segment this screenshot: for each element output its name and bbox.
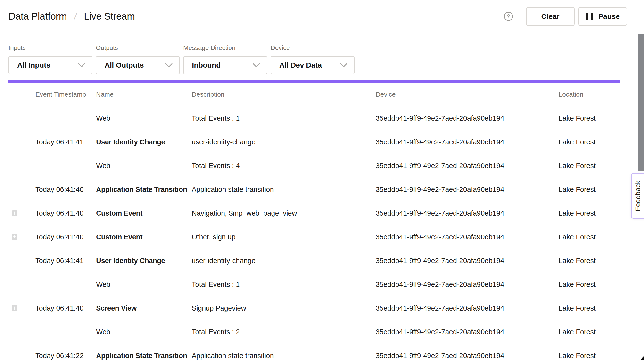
expand-cell: +: [8, 115, 36, 121]
feedback-tab-label: Feedback: [634, 180, 642, 211]
feedback-tab[interactable]: Feedback: [631, 173, 644, 218]
event-location: Lake Forest: [558, 328, 620, 336]
chevron-down-icon: [340, 60, 347, 67]
table-row[interactable]: + Today 06:41:41 User Identity Change us…: [8, 249, 620, 273]
filter-group-outputs: Outputs All Outputs: [96, 44, 180, 74]
help-icon[interactable]: ?: [504, 12, 513, 21]
event-description: Signup Pageview: [192, 304, 376, 312]
inputs-select[interactable]: All Inputs: [8, 56, 92, 74]
table-row[interactable]: + Web Total Events : 4 35eddb41-9ff9-49e…: [8, 154, 620, 178]
event-description: Navigation, $mp_web_page_view: [192, 209, 376, 217]
filter-label-inputs: Inputs: [8, 44, 92, 52]
expand-icon[interactable]: +: [12, 234, 18, 240]
expand-cell: +: [8, 305, 36, 311]
column-header-device: Device: [376, 91, 558, 98]
scrollbar-thumb[interactable]: [638, 34, 644, 171]
event-name: User Identity Change: [96, 257, 192, 265]
event-location: Lake Forest: [558, 233, 620, 241]
table-row[interactable]: + Today 06:41:40 Custom Event Other, sig…: [8, 225, 620, 249]
chat-button[interactable]: [638, 353, 644, 360]
event-device-id: 35eddb41-9ff9-49e2-7aed-20afa90eb194: [376, 257, 558, 265]
filter-label-device: Device: [270, 44, 354, 52]
event-device-id: 35eddb41-9ff9-49e2-7aed-20afa90eb194: [376, 328, 558, 336]
events-table: Event Timestamp Name Description Device …: [8, 83, 620, 360]
pause-icon: [586, 12, 593, 20]
clear-button[interactable]: Clear: [526, 7, 574, 26]
event-device-id: 35eddb41-9ff9-49e2-7aed-20afa90eb194: [376, 185, 558, 193]
outputs-select-value: All Outputs: [104, 61, 144, 69]
event-name: Web: [96, 328, 192, 336]
event-timestamp: Today 06:41:40: [36, 185, 96, 193]
table-row[interactable]: + Web Total Events : 1 35eddb41-9ff9-49e…: [8, 106, 620, 130]
event-description: Other, sign up: [192, 233, 376, 241]
table-row[interactable]: + Today 06:41:40 Screen View Signup Page…: [8, 296, 620, 320]
event-description: Total Events : 4: [192, 162, 376, 170]
expand-cell: +: [8, 258, 36, 264]
column-header-name: Name: [96, 91, 192, 98]
event-description: Total Events : 1: [192, 114, 376, 122]
chevron-down-icon: [165, 60, 172, 67]
filter-bar: Inputs All Inputs Outputs All Outputs Me…: [0, 33, 644, 74]
event-name: Web: [96, 114, 192, 122]
event-device-id: 35eddb41-9ff9-49e2-7aed-20afa90eb194: [376, 162, 558, 170]
column-header-event-timestamp: Event Timestamp: [36, 91, 96, 98]
event-description: Total Events : 1: [192, 281, 376, 289]
table-row[interactable]: + Web Total Events : 2 35eddb41-9ff9-49e…: [8, 320, 620, 344]
expand-cell: +: [8, 210, 36, 216]
event-name: Custom Event: [96, 209, 192, 217]
filter-group-message-direction: Message Direction Inbound: [183, 44, 267, 74]
event-location: Lake Forest: [558, 281, 620, 289]
expand-cell: +: [8, 353, 36, 359]
breadcrumb: Data Platform / Live Stream: [8, 11, 135, 22]
table-body: + Web Total Events : 1 35eddb41-9ff9-49e…: [8, 106, 620, 360]
table-row[interactable]: + Web Total Events : 1 35eddb41-9ff9-49e…: [8, 273, 620, 296]
expand-icon[interactable]: +: [12, 305, 18, 311]
breadcrumb-section[interactable]: Data Platform: [8, 11, 67, 22]
outputs-select[interactable]: All Outputs: [96, 56, 180, 74]
message-direction-select[interactable]: Inbound: [183, 56, 267, 74]
table-row[interactable]: + Today 06:41:40 Custom Event Navigation…: [8, 201, 620, 225]
expand-cell: +: [8, 329, 36, 335]
expand-cell: +: [8, 163, 36, 169]
table-header-row: Event Timestamp Name Description Device …: [8, 83, 620, 106]
event-description: Application state transition: [192, 185, 376, 193]
expand-cell: +: [8, 139, 36, 145]
event-description: Application state transition: [192, 352, 376, 360]
column-header-location: Location: [558, 91, 620, 98]
event-name: Web: [96, 281, 192, 289]
event-name: Application State Transition: [96, 185, 192, 193]
event-device-id: 35eddb41-9ff9-49e2-7aed-20afa90eb194: [376, 114, 558, 122]
filter-group-inputs: Inputs All Inputs: [8, 44, 92, 74]
event-description: user-identity-change: [192, 138, 376, 146]
event-timestamp: Today 06:41:40: [36, 304, 96, 312]
breadcrumb-separator: /: [74, 11, 78, 21]
event-name: User Identity Change: [96, 138, 192, 146]
accent-bar: [8, 80, 620, 83]
event-description: user-identity-change: [192, 257, 376, 265]
event-name: Custom Event: [96, 233, 192, 241]
event-description: Total Events : 2: [192, 328, 376, 336]
event-device-id: 35eddb41-9ff9-49e2-7aed-20afa90eb194: [376, 304, 558, 312]
event-device-id: 35eddb41-9ff9-49e2-7aed-20afa90eb194: [376, 209, 558, 217]
pause-button[interactable]: Pause: [578, 7, 627, 26]
chevron-down-icon: [78, 60, 85, 67]
pause-button-label: Pause: [598, 12, 620, 20]
event-location: Lake Forest: [558, 185, 620, 193]
table-row[interactable]: + Today 06:41:40 Application State Trans…: [8, 178, 620, 201]
expand-cell: +: [8, 282, 36, 287]
expand-icon[interactable]: +: [12, 210, 18, 216]
expand-cell: +: [8, 186, 36, 192]
event-device-id: 35eddb41-9ff9-49e2-7aed-20afa90eb194: [376, 281, 558, 289]
table-row[interactable]: + Today 06:41:41 User Identity Change us…: [8, 130, 620, 154]
expand-cell: +: [8, 234, 36, 240]
header-actions: ? Clear Pause: [504, 7, 627, 26]
message-direction-select-value: Inbound: [192, 61, 220, 69]
device-select[interactable]: All Dev Data: [270, 56, 354, 74]
app-header: Data Platform / Live Stream ? Clear Paus…: [0, 0, 644, 33]
table-row[interactable]: + Today 06:41:22 Application State Trans…: [8, 344, 620, 360]
event-timestamp: Today 06:41:40: [36, 209, 96, 217]
event-timestamp: Today 06:41:40: [36, 233, 96, 241]
event-timestamp: Today 06:41:41: [36, 138, 96, 146]
event-location: Lake Forest: [558, 352, 620, 360]
event-location: Lake Forest: [558, 209, 620, 217]
